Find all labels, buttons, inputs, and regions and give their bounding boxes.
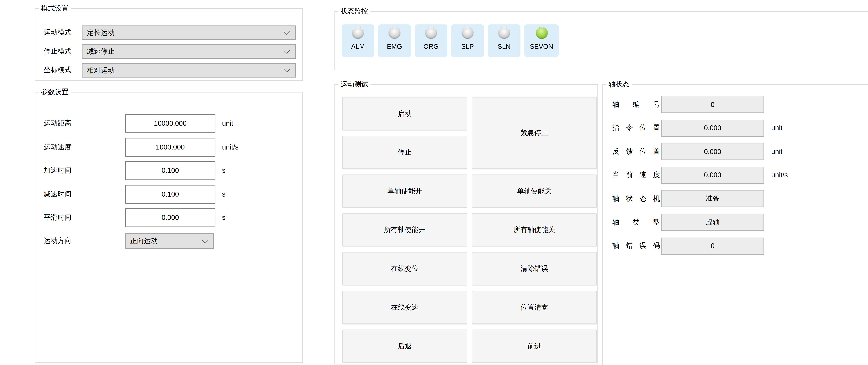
emg-led-icon (389, 27, 400, 39)
axis-number-label: 轴编号 (612, 100, 660, 109)
org-led-label: ORG (424, 43, 438, 51)
distance-input[interactable] (125, 114, 215, 133)
motion-mode-value: 定长运动 (83, 28, 115, 37)
parameter-settings-panel: 参数设置 运动距离 unit 运动速度 unit/s 加速时间 s 减速时间 s… (35, 92, 303, 363)
clear-error-button[interactable]: 清除错误 (472, 252, 597, 285)
status-monitor-title: 状态监控 (338, 6, 370, 17)
online-speed-change-button[interactable]: 在线变速 (342, 291, 467, 324)
decel-time-unit: s (222, 190, 225, 198)
axis-number-row: 轴编号 0 (603, 96, 868, 113)
feedback-position-unit: unit (771, 148, 782, 156)
mode-settings-panel: 模式设置 运动模式 定长运动 停止模式 减速停止 坐标模式 相对运动 (35, 8, 303, 81)
decel-time-label: 减速时间 (44, 189, 71, 199)
axis-error-code-row: 轴错误码 0 (603, 237, 868, 254)
single-axis-enable-on-button[interactable]: 单轴使能开 (342, 175, 467, 208)
axis-state-machine-label: 轴状态机 (612, 194, 660, 204)
sln-led-icon (498, 27, 510, 39)
chevron-down-icon (284, 66, 290, 72)
smooth-time-input[interactable] (125, 208, 215, 227)
motion-test-panel: 运动测试 启动 紧急停止 停止 单轴使能开 单轴使能关 所有轴使能开 所有轴使能… (334, 84, 598, 364)
stop-mode-select[interactable]: 减速停止 (82, 44, 296, 59)
position-reset-button[interactable]: 位置清零 (472, 291, 597, 324)
direction-row: 运动方向 正向运动 (35, 233, 302, 249)
start-button[interactable]: 启动 (342, 97, 467, 130)
smooth-time-unit: s (222, 214, 225, 221)
all-axes-enable-on-button[interactable]: 所有轴使能开 (342, 213, 467, 246)
led-tile-emg: EMG (378, 24, 411, 57)
chevron-down-icon (284, 29, 290, 35)
direction-value: 正向运动 (126, 236, 158, 246)
axis-number-value: 0 (661, 96, 764, 113)
axis-error-code-label: 轴错误码 (612, 241, 660, 250)
led-tile-org: ORG (415, 24, 447, 57)
coord-mode-value: 相对运动 (83, 66, 115, 75)
command-position-value: 0.000 (661, 119, 764, 136)
online-position-change-button[interactable]: 在线变位 (342, 252, 467, 285)
smooth-time-label: 平滑时间 (44, 213, 71, 222)
led-tile-sevon: SEVON (524, 24, 559, 57)
status-monitor-panel: 状态监控 ALM EMG ORG SLP SLN SEVON (334, 11, 868, 70)
axis-error-code-value: 0 (661, 237, 764, 254)
stop-mode-value: 减速停止 (83, 47, 115, 56)
direction-select[interactable]: 正向运动 (125, 233, 214, 249)
motion-test-button-grid: 启动 紧急停止 停止 单轴使能开 单轴使能关 所有轴使能开 所有轴使能关 在线变… (342, 97, 597, 363)
stop-mode-label: 停止模式 (44, 47, 71, 56)
current-speed-value: 0.000 (661, 166, 764, 184)
accel-time-unit: s (222, 167, 225, 175)
left-divider (2, 0, 2, 365)
accel-time-row: 加速时间 s (35, 161, 302, 180)
axis-type-label: 轴类型 (612, 218, 660, 227)
forward-button[interactable]: 前进 (472, 330, 597, 363)
sevon-led-label: SEVON (530, 43, 553, 51)
motion-test-title: 运动测试 (338, 79, 370, 90)
feedback-position-value: 0.000 (661, 143, 764, 160)
axis-status-title: 轴状态 (606, 79, 631, 90)
axis-type-row: 轴类型 虚轴 (603, 214, 868, 231)
motion-control-page: 模式设置 运动模式 定长运动 停止模式 减速停止 坐标模式 相对运动 参数设置 (0, 0, 868, 365)
backward-button[interactable]: 后退 (342, 330, 467, 363)
current-speed-label: 当前速度 (612, 171, 660, 180)
chevron-down-icon (202, 237, 208, 243)
coord-mode-row: 坐标模式 相对运动 (35, 63, 302, 78)
distance-row: 运动距离 unit (35, 114, 302, 133)
mode-settings-title: 模式设置 (39, 3, 71, 14)
sln-led-label: SLN (498, 43, 510, 51)
stop-button[interactable]: 停止 (342, 135, 467, 169)
distance-label: 运动距离 (44, 119, 71, 128)
stop-mode-row: 停止模式 减速停止 (35, 44, 302, 59)
slp-led-icon (462, 27, 473, 39)
alm-led-icon (352, 27, 364, 39)
distance-unit: unit (222, 120, 233, 127)
speed-input[interactable] (125, 138, 215, 156)
chevron-down-icon (284, 48, 290, 54)
led-tile-slp: SLP (451, 24, 484, 57)
current-speed-unit: unit/s (771, 171, 788, 179)
led-tile-sln: SLN (488, 24, 521, 57)
command-position-unit: unit (771, 124, 782, 132)
command-position-label: 指令位置 (612, 123, 660, 133)
current-speed-row: 当前速度 0.000 unit/s (603, 166, 868, 184)
sevon-led-icon (536, 27, 547, 39)
motion-mode-label: 运动模式 (44, 28, 71, 37)
speed-row: 运动速度 unit/s (35, 138, 302, 156)
motion-mode-select[interactable]: 定长运动 (82, 26, 296, 40)
speed-label: 运动速度 (44, 142, 71, 152)
all-axes-enable-off-button[interactable]: 所有轴使能关 (472, 213, 597, 246)
axis-state-machine-value: 准备 (661, 190, 764, 207)
single-axis-enable-off-button[interactable]: 单轴使能关 (472, 175, 597, 208)
alm-led-label: ALM (351, 43, 365, 51)
emergency-stop-button[interactable]: 紧急停止 (472, 97, 597, 169)
axis-state-machine-row: 轴状态机 准备 (603, 190, 868, 207)
axis-status-panel: 轴状态 轴编号 0 指令位置 0.000 unit 反馈位置 0.000 uni… (602, 84, 868, 365)
speed-unit: unit/s (222, 143, 239, 151)
org-led-icon (425, 27, 437, 39)
smooth-time-row: 平滑时间 s (35, 208, 302, 227)
feedback-position-label: 反馈位置 (612, 147, 660, 156)
accel-time-input[interactable] (125, 161, 215, 180)
decel-time-input[interactable] (125, 185, 215, 204)
emg-led-label: EMG (387, 43, 402, 51)
led-tile-alm: ALM (342, 24, 374, 57)
feedback-position-row: 反馈位置 0.000 unit (603, 143, 868, 160)
slp-led-label: SLP (461, 43, 474, 51)
coord-mode-select[interactable]: 相对运动 (82, 63, 296, 78)
